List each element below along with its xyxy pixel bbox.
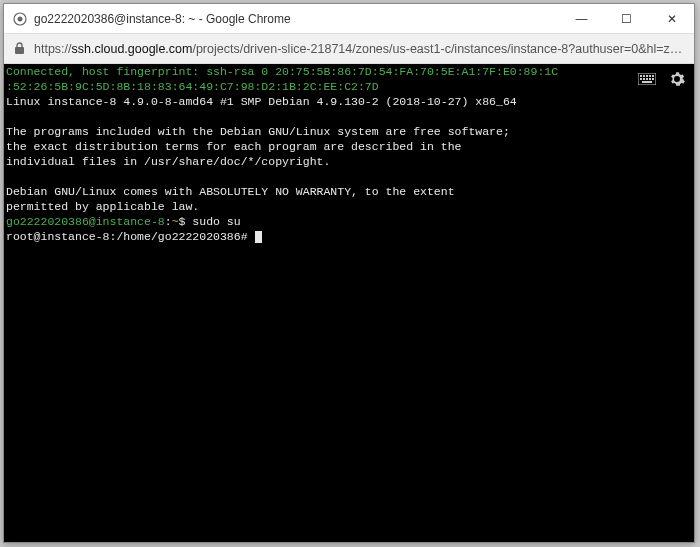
cursor-icon xyxy=(255,231,262,243)
gear-icon[interactable] xyxy=(668,70,686,88)
window-title: go2222020386@instance-8: ~ - Google Chro… xyxy=(34,12,559,26)
terminal[interactable]: Connected, host fingerprint: ssh-rsa 0 2… xyxy=(4,64,694,542)
motd-line-2: the exact distribution terms for each pr… xyxy=(6,139,692,154)
svg-rect-4 xyxy=(640,75,642,77)
prompt-line-1: go2222020386@instance-8:~$ sudo su xyxy=(6,214,692,229)
maximize-button[interactable]: ☐ xyxy=(604,4,649,33)
motd-line-1: The programs included with the Debian GN… xyxy=(6,124,692,139)
svg-rect-12 xyxy=(649,78,651,80)
url-display: https://ssh.cloud.google.com/projects/dr… xyxy=(34,42,686,56)
command-1: sudo su xyxy=(192,215,240,228)
app-icon xyxy=(12,11,28,27)
root-prompt: root@instance-8:/home/go2222020386# xyxy=(6,230,254,243)
lock-icon xyxy=(12,42,26,56)
kernel-line: Linux instance-8 4.9.0-8-amd64 #1 SMP De… xyxy=(6,94,692,109)
keyboard-icon[interactable] xyxy=(638,70,656,88)
prompt-line-2[interactable]: root@instance-8:/home/go2222020386# xyxy=(6,229,692,244)
close-button[interactable]: ✕ xyxy=(649,4,694,33)
svg-rect-14 xyxy=(642,81,652,83)
fingerprint-line-2: :52:26:5B:9C:5D:8B:18:83:64:49:C7:98:D2:… xyxy=(6,79,692,94)
prompt-user: go2222020386@instance-8 xyxy=(6,215,165,228)
motd-line-4: Debian GNU/Linux comes with ABSOLUTELY N… xyxy=(6,184,692,199)
chrome-window: go2222020386@instance-8: ~ - Google Chro… xyxy=(3,3,695,543)
url-host: ssh.cloud.google.com xyxy=(72,42,193,56)
prompt-path: ~ xyxy=(172,215,179,228)
svg-point-1 xyxy=(18,16,23,21)
svg-rect-10 xyxy=(643,78,645,80)
minimize-button[interactable]: — xyxy=(559,4,604,33)
terminal-controls xyxy=(638,70,686,88)
motd-line-5: permitted by applicable law. xyxy=(6,199,692,214)
prompt-symbol: $ xyxy=(179,215,193,228)
prompt-sep: : xyxy=(165,215,172,228)
svg-rect-9 xyxy=(640,78,642,80)
svg-rect-11 xyxy=(646,78,648,80)
svg-rect-8 xyxy=(652,75,654,77)
svg-rect-6 xyxy=(646,75,648,77)
svg-rect-7 xyxy=(649,75,651,77)
fingerprint-line-1: Connected, host fingerprint: ssh-rsa 0 2… xyxy=(6,64,692,79)
svg-rect-5 xyxy=(643,75,645,77)
motd-line-3: individual files in /usr/share/doc/*/cop… xyxy=(6,154,692,169)
svg-rect-13 xyxy=(652,78,654,80)
url-scheme: https:// xyxy=(34,42,72,56)
svg-rect-2 xyxy=(15,47,24,54)
window-controls: — ☐ ✕ xyxy=(559,4,694,33)
addressbar[interactable]: https://ssh.cloud.google.com/projects/dr… xyxy=(4,34,694,64)
titlebar[interactable]: go2222020386@instance-8: ~ - Google Chro… xyxy=(4,4,694,34)
url-path: /projects/driven-slice-218714/zones/us-e… xyxy=(192,42,686,56)
